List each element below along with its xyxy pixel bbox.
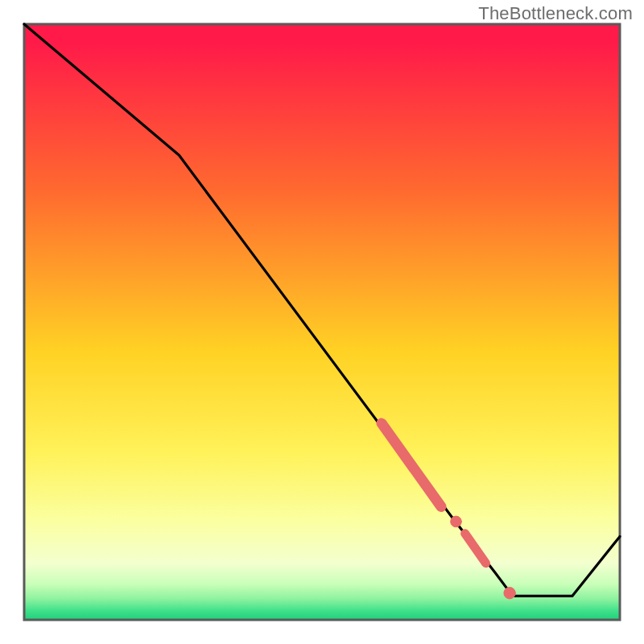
watermark-label: TheBottleneck.com [478, 3, 633, 24]
chart-container: TheBottleneck.com [0, 0, 644, 644]
svg-point-5 [504, 588, 515, 599]
svg-rect-0 [24, 24, 620, 620]
chart-svg [0, 0, 644, 644]
plot-area [24, 24, 620, 620]
svg-point-3 [451, 516, 462, 527]
